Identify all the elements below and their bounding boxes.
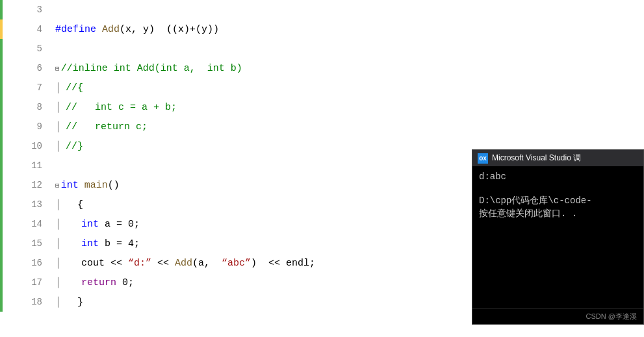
line-number: 14 [0,219,49,229]
inner-indent [66,219,76,230]
line-number: 8 [0,102,49,112]
line-number: 17 [0,277,49,288]
green-bar [0,175,3,195]
token-a-decl: a = 0; [105,219,140,230]
token-comment7: //{ [66,82,83,94]
indent-marker: │ [55,121,66,132]
code-line-7: │//{ [49,78,644,97]
indent-marker: │ [55,219,66,230]
indent-marker: │ [55,141,66,152]
indent-marker: │ [55,277,66,288]
green-bar [0,273,3,292]
token-brace-open: { [66,199,83,210]
line-row-18: 18 [0,292,49,312]
line-row-15: 15 [0,234,49,253]
indent-marker: │ [55,199,66,210]
line-row-13: 13 [0,195,49,214]
indent-marker: │ [55,297,66,308]
indent-marker: │ [55,102,66,113]
token-str16a: “d:” [128,258,151,269]
token-comment10: //} [66,141,83,152]
line-number: 4 [0,24,49,34]
collapse-icon[interactable]: ⊟ [55,64,60,73]
terminal-output-line-3: D:\cpp代码仓库\c-code- [479,195,637,206]
token-args16: (a, [192,258,222,269]
green-bar [0,292,3,312]
green-bar [0,39,3,58]
inner-indent [66,238,76,249]
token-add: Add [102,24,120,35]
line-row-14: 14 [0,214,49,234]
line-row-4: 4 [0,19,49,39]
indent-marker: │ [55,82,66,94]
terminal-output-line-4: 按任意键关闭此窗口. . [479,208,637,219]
line-row-9: 9 [0,117,49,136]
inner-indent [66,277,76,288]
terminal-footer: CSDN @李逢溪 [472,308,643,324]
line-row-17: 17 [0,273,49,292]
terminal-output-line-1: d:abc [479,171,637,182]
token-brace-close: } [66,297,83,308]
indent-marker: │ [55,238,66,249]
token-op16a: << [110,258,128,269]
line-row-11: 11 [0,156,49,175]
token-str16b: “abc” [222,258,251,269]
green-bar [0,58,3,78]
line-row-7: 7 [0,78,49,97]
indent-marker: │ [55,258,66,269]
token-zero17: 0; [122,277,134,288]
collapse-icon[interactable]: ⊟ [55,181,60,190]
line-number: 18 [0,297,49,307]
line-number: 10 [0,141,49,151]
line-row-8: 8 [0,97,49,117]
terminal-titlebar: ox Microsoft Visual Studio 调 [472,150,643,166]
token-comment8: // int c = a + b; [66,102,177,113]
terminal-window: ox Microsoft Visual Studio 调 d:abc D:\cp… [472,149,644,325]
code-line-9: │// return c; [49,117,644,136]
line-number: 6 [0,63,49,73]
token-comment6: //inline int Add(int a, int b) [61,63,242,74]
green-bar [0,214,3,234]
line-number: 11 [0,160,49,171]
code-line-8: │// int c = a + b; [49,97,644,117]
token-add16: Add [175,258,192,269]
line-row-10: 10 [0,136,49,156]
line-number: 9 [0,121,49,132]
code-line-5 [49,39,644,58]
line-row-16: 16 [0,253,49,273]
token-int: int [61,180,84,191]
line-gutter: 3 4 5 6 7 8 9 [0,0,49,337]
line-number: 3 [0,5,49,15]
green-bar [0,78,3,97]
line-row-12: 12 [0,175,49,195]
green-bar [0,234,3,253]
token-close16: ) << endl; [251,258,315,269]
token-parens: () [108,180,120,191]
token-int15: int [81,238,105,249]
token-int14: int [81,219,105,230]
line-row-5: 5 [0,39,49,58]
green-bar [0,97,3,117]
green-bar [0,253,3,273]
terminal-title: Microsoft Visual Studio 调 [492,153,581,164]
token-comment9: // return c; [66,121,148,132]
token-params: (x, y) ((x)+(y)) [120,24,219,35]
terminal-output-line-2 [479,183,637,193]
code-line-6: ⊟//inline int Add(int a, int b) [49,58,644,78]
token-define: #define [55,24,102,35]
editor-area: 3 4 5 6 7 8 9 [0,0,644,337]
token-main: main [84,180,108,191]
pencil-bar [0,19,3,39]
line-number: 13 [0,199,49,210]
token-cout: cout [81,258,110,269]
inner-indent2 [76,238,81,249]
terminal-body: d:abc D:\cpp代码仓库\c-code- 按任意键关闭此窗口. . [472,166,643,308]
green-bar [0,195,3,214]
green-bar [0,0,3,19]
inner-indent2 [76,219,81,230]
line-number: 5 [0,44,49,54]
green-bar [0,117,3,136]
green-bar [0,136,3,156]
inner-indent2 [76,258,81,269]
terminal-app-icon: ox [478,153,488,164]
